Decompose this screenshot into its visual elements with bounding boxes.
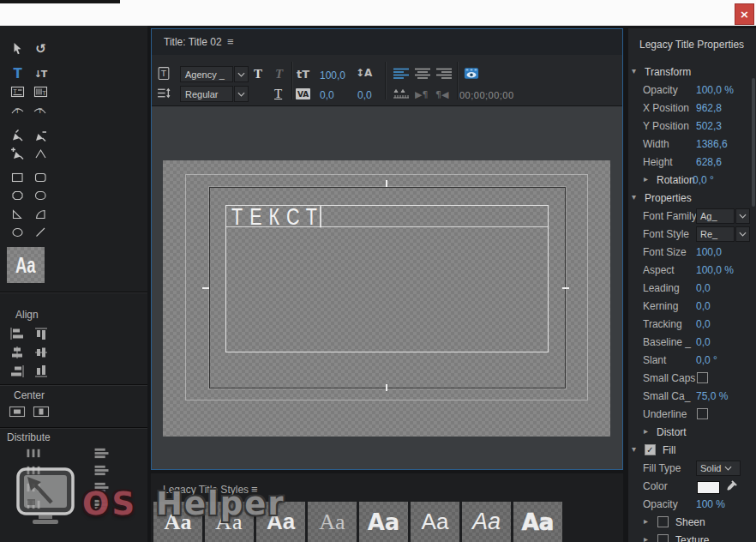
font-browser-preview[interactable]: Aa — [7, 247, 45, 283]
font-family-select-chevron[interactable] — [735, 208, 750, 224]
properties-chevron[interactable]: ▾ — [632, 192, 636, 202]
align-horizontal-right[interactable] — [7, 364, 27, 379]
tab-stops-button[interactable] — [393, 87, 411, 102]
transform-chevron[interactable]: ▾ — [632, 66, 636, 75]
distribute-right[interactable] — [21, 480, 46, 494]
distribute-vertical-even[interactable] — [89, 480, 115, 494]
sheen-chevron[interactable]: ▸ — [644, 516, 648, 526]
style-3[interactable]: Aa — [256, 502, 305, 542]
aspect-value[interactable]: 100,0 % — [696, 264, 734, 276]
style-7[interactable]: Aa — [462, 502, 511, 542]
align-text-left-button[interactable] — [393, 67, 411, 81]
bottom-center-handle[interactable] — [386, 384, 387, 391]
distribute-horizontal-even[interactable] — [89, 446, 115, 460]
distribute-horizontal-spacing[interactable] — [89, 463, 115, 477]
new-title-button[interactable]: T — [155, 65, 172, 81]
small-caps-checkbox[interactable] — [697, 372, 708, 383]
baseline-shift-value[interactable]: 0,0 — [696, 336, 711, 348]
texture-chevron[interactable]: ▸ — [644, 534, 648, 542]
fill-color-swatch[interactable] — [697, 481, 720, 494]
underline-button[interactable]: T — [274, 87, 282, 101]
close-button[interactable]: × — [735, 3, 754, 25]
font-style-chevron[interactable] — [234, 86, 249, 102]
pen-tool[interactable] — [7, 127, 27, 144]
scrollbar[interactable] — [752, 78, 755, 207]
title-canvas[interactable]: ТЕКСТ — [163, 160, 610, 437]
width-value[interactable]: 1386,6 — [696, 138, 728, 150]
align-text-right-button[interactable] — [435, 67, 454, 81]
align-vertical-bottom[interactable] — [31, 364, 51, 379]
rotation-chevron[interactable]: ▸ — [644, 174, 648, 184]
convert-anchor-point-tool[interactable] — [30, 145, 51, 162]
delete-anchor-point-tool[interactable] — [30, 127, 51, 144]
font-family-chevron[interactable] — [234, 66, 249, 82]
ellipse-tool[interactable] — [7, 224, 27, 241]
line-tool[interactable] — [30, 224, 51, 241]
clipped-corner-rectangle-tool[interactable] — [7, 187, 27, 204]
add-anchor-point-tool[interactable] — [7, 145, 27, 162]
rounded-corner-rectangle-tool[interactable] — [30, 169, 51, 186]
eyedropper-icon[interactable] — [725, 479, 739, 493]
fill-type-select[interactable]: Solid — [696, 461, 741, 476]
style-6[interactable]: Aa — [411, 502, 459, 542]
align-vertical-top[interactable] — [31, 326, 51, 341]
style-2[interactable]: Aa — [205, 502, 254, 542]
font-style-select[interactable]: Regular — [180, 86, 233, 102]
height-value[interactable]: 628,6 — [696, 156, 722, 168]
fill-chevron[interactable]: ▾ — [632, 444, 636, 454]
background-video-timecode[interactable]: 00;00;00;00 — [459, 90, 514, 100]
fill-checkbox[interactable]: ✓ — [645, 444, 656, 455]
left-center-handle[interactable] — [202, 287, 209, 289]
kerning-icon[interactable]: VA — [296, 88, 310, 99]
x-position-value[interactable]: 962,8 — [696, 102, 722, 114]
opacity-value[interactable]: 100,0 % — [696, 84, 734, 96]
area-type-tool[interactable]: T — [7, 83, 27, 100]
font-family-select[interactable]: Agency _ — [180, 66, 233, 82]
leading-value[interactable]: 0,0 — [357, 89, 372, 101]
style-5[interactable]: Aa — [359, 502, 408, 542]
selection-tool[interactable] — [7, 40, 27, 57]
round-rectangle-tool[interactable] — [30, 187, 51, 204]
italic-button[interactable]: T — [275, 67, 283, 81]
y-position-value[interactable]: 502,3 — [696, 120, 722, 132]
panel-menu-icon[interactable]: ≡ — [227, 35, 234, 48]
vertical-area-type-tool[interactable]: T — [30, 83, 51, 100]
roll-crawl-options-button[interactable] — [155, 85, 172, 100]
styles-panel-menu-icon[interactable]: ≡ — [251, 483, 258, 496]
distribute-left[interactable] — [21, 446, 46, 460]
leading-value[interactable]: 0,0 — [696, 282, 711, 294]
style-4[interactable]: Aa — [308, 502, 357, 542]
path-type-tool[interactable]: T — [7, 102, 27, 119]
distribute-top[interactable] — [21, 497, 46, 511]
right-center-handle[interactable] — [562, 287, 569, 289]
kerning-value[interactable]: 0,0 — [696, 300, 711, 312]
distort-chevron[interactable]: ▸ — [644, 426, 648, 436]
kerning-value[interactable]: 0,0 — [320, 89, 334, 101]
vertical-path-type-tool[interactable]: T — [30, 102, 51, 119]
style-1[interactable]: Aa — [153, 502, 202, 542]
distribute-vertical-spacing[interactable] — [89, 497, 115, 511]
align-horizontal-center[interactable] — [7, 345, 27, 360]
bold-button[interactable]: T — [254, 67, 262, 81]
font-size-value[interactable]: 100,0 — [696, 246, 722, 258]
slant-value[interactable]: 0,0 ° — [696, 354, 717, 366]
sheen-checkbox[interactable] — [657, 516, 669, 527]
fill-opacity-value[interactable]: 100 % — [696, 498, 725, 510]
tracking-value[interactable]: 0,0 — [696, 318, 711, 330]
font-style-select[interactable]: Re_ — [696, 226, 735, 242]
font-family-select[interactable]: Ag_ — [696, 208, 735, 224]
center-horizontal[interactable] — [7, 404, 27, 419]
show-background-video-button[interactable] — [462, 64, 481, 81]
top-center-handle[interactable] — [386, 180, 387, 187]
text-box[interactable]: ТЕКСТ — [225, 205, 549, 352]
texture-checkbox[interactable] — [657, 534, 669, 542]
arc-tool[interactable] — [30, 206, 51, 223]
distribute-horizontal-center[interactable] — [21, 463, 46, 477]
font-size-value[interactable]: 100,0 — [320, 69, 345, 81]
rectangle-tool[interactable] — [7, 169, 27, 186]
underline-checkbox[interactable] — [697, 408, 708, 419]
align-text-center-button[interactable] — [414, 67, 433, 81]
style-8[interactable]: Aa — [513, 502, 562, 542]
center-vertical[interactable] — [31, 404, 51, 419]
vertical-type-tool[interactable]: ↓T — [30, 65, 51, 82]
